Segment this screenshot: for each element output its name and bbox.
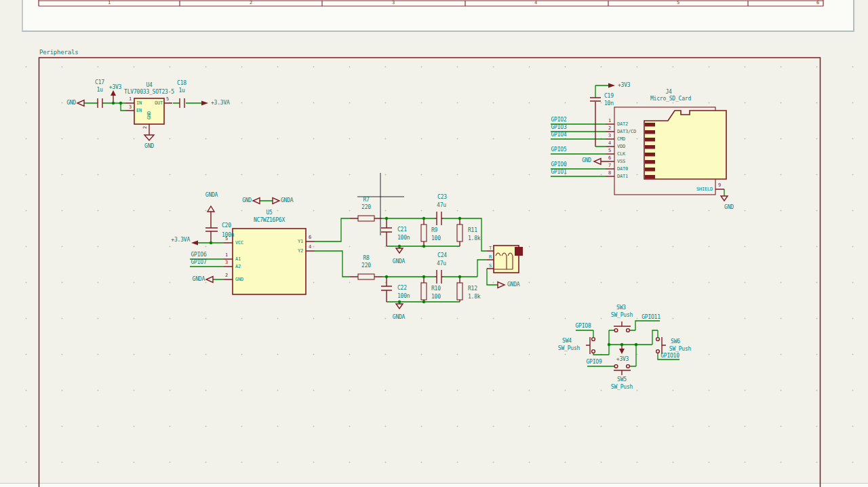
gnda-tie-icon	[273, 198, 279, 204]
sd-card-shape	[644, 111, 726, 179]
power-3v3-icon	[619, 349, 625, 354]
power-3v3-icon	[608, 83, 615, 88]
schematic-drawing[interactable]	[0, 0, 868, 487]
gnd-flag-icon	[144, 135, 154, 140]
r9-symbol	[421, 225, 427, 241]
audio-filter-circuit[interactable]	[350, 212, 523, 309]
r10-symbol	[421, 283, 427, 300]
gnda-flag-icon	[396, 248, 403, 253]
r8-symbol	[358, 274, 374, 279]
gnda-flag-icon	[396, 304, 403, 309]
jack-sleeve-tab	[515, 247, 523, 256]
power-33va-icon	[201, 101, 208, 106]
gnd-flag-icon	[77, 100, 84, 106]
regulator-circuit[interactable]	[77, 90, 208, 140]
sdcard-circuit[interactable]	[551, 83, 728, 201]
schematic-editor-canvas[interactable]: Peripherals 1 2 3 4 5 6 GNDC171u+3V3U4TL…	[0, 0, 868, 487]
r12-symbol	[457, 283, 462, 300]
crosshair-cursor	[357, 173, 404, 235]
gnd-flag-icon	[594, 159, 601, 165]
u5-symbol	[233, 229, 306, 294]
power-3v3-icon	[111, 90, 116, 96]
buttons-circuit[interactable]	[576, 321, 679, 375]
gnd-tie-icon	[253, 198, 260, 204]
r11-symbol	[457, 225, 462, 241]
u4-symbol	[134, 98, 164, 124]
title-frame	[39, 0, 823, 6]
r7-symbol	[358, 216, 374, 221]
gnd-flag-icon	[721, 196, 728, 201]
gnda-flag-icon	[208, 206, 214, 212]
gnda-flag-icon	[498, 282, 505, 288]
gnda-flag-icon	[206, 277, 213, 283]
power-33va-icon	[191, 241, 198, 246]
buffer-circuit[interactable]	[190, 198, 350, 295]
